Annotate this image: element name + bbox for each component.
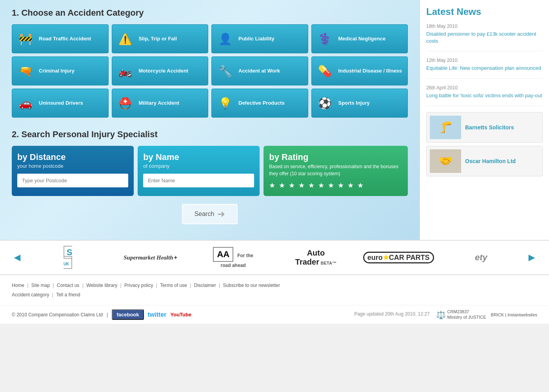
partner-ety: ety <box>444 252 519 263</box>
category-icon-criminal-injury: 🔫 <box>16 62 35 80</box>
page-wrapper: 1. Choose an Accident Category 🚧 Road Tr… <box>0 0 549 324</box>
category-label-criminal-injury: Criminal Injury <box>39 68 75 74</box>
news-item-1: 12th May 2010 Equitable Life: New compen… <box>426 58 543 78</box>
category-label-uninsured-drivers: Uninsured Drivers <box>39 100 83 107</box>
footer-link-website-library[interactable]: Website library <box>86 283 117 288</box>
news-date-2: 26th April 2010 <box>426 85 543 91</box>
category-item-military[interactable]: ⛑️ Military Accident <box>112 89 209 118</box>
category-item-uninsured-drivers[interactable]: 🚗 Uninsured Drivers <box>12 89 109 118</box>
news-item-2: 26th April 2010 Long battle for 'toxic s… <box>426 85 543 106</box>
category-item-slip-trip[interactable]: ⚠️ Slip, Trip or Fall <box>112 24 209 53</box>
footer-link-tell-a-friend[interactable]: Tell a friend <box>56 292 80 298</box>
partners-bar: ◄ SUK Supermarket Health✦ AA For theroad… <box>0 240 549 275</box>
footer-divider: | <box>81 283 85 288</box>
search-box-name: by Name of company <box>138 146 260 196</box>
category-item-medical-negligence[interactable]: ⚕️ Medical Negligence <box>311 24 408 53</box>
postcode-input[interactable] <box>17 174 128 187</box>
category-icon-slip-trip: ⚠️ <box>116 29 135 48</box>
footer-link-site-map[interactable]: Site map <box>31 283 50 288</box>
category-icon-uninsured-drivers: 🚗 <box>16 94 35 113</box>
category-label-medical-negligence: Medical Negligence <box>338 36 386 42</box>
partner-auto-trader: AutoTrader BETA™ <box>278 249 353 267</box>
ads-container: 🦵 Barnetts Solicitors 🤝 Oscar Hamilton L… <box>426 112 543 176</box>
category-item-motorcycle[interactable]: 🏍️ Motorcycle Accident <box>112 56 209 85</box>
footer-divider: | <box>218 283 222 288</box>
ministry-justice-logo: ⚖️ CRM23837 Ministry of JUSTICE <box>436 309 486 319</box>
category-item-sports-injury[interactable]: ⚽ Sports Injury <box>311 89 408 118</box>
search-button-label: Search <box>195 211 215 218</box>
ad-box-1[interactable]: 🤝 Oscar Hamilton Ltd <box>426 146 543 176</box>
name-title: by Name <box>143 152 254 162</box>
partners-prev[interactable]: ◄ <box>12 251 23 264</box>
footer-link-terms-of-use[interactable]: Terms of use <box>160 283 187 288</box>
footer-divider: | <box>51 283 55 288</box>
ad-box-0[interactable]: 🦵 Barnetts Solicitors <box>426 112 543 143</box>
footer-logos: ⚖️ CRM23837 Ministry of JUSTICE BRICK | … <box>436 309 537 319</box>
footer-right: Page updated 20th Aug 2010, 12:27 ⚖️ CRM… <box>354 309 537 319</box>
category-item-public-liability[interactable]: 👤 Public Liability <box>211 24 308 53</box>
footer-link-disclaimer[interactable]: Disclaimer <box>194 283 216 288</box>
partner-euro-car-parts: euro★CAR PARTS <box>361 253 436 262</box>
news-date-1: 12th May 2010 <box>426 58 543 63</box>
name-subtitle: of company <box>143 163 254 169</box>
ad-label-0: Barnetts Solicitors <box>465 124 514 131</box>
copyright: © 2010 Compare Compensation Claims Ltd <box>12 312 103 318</box>
section2-title: 2. Search Personal Injury Specialist <box>12 129 408 140</box>
footer-link-privacy-policy[interactable]: Privacy policy <box>124 283 153 288</box>
category-item-defective-products[interactable]: 💡 Defective Products <box>211 89 308 118</box>
footer-bottom: © 2010 Compare Compensation Claims Ltd |… <box>0 305 549 324</box>
news-link-1[interactable]: Equitable Life: New compensation plan an… <box>426 65 541 71</box>
footer-left: © 2010 Compare Compensation Claims Ltd |… <box>12 309 191 320</box>
category-item-accident-work[interactable]: 🔧 Accident at Work <box>211 56 308 85</box>
arrow-right-icon: ➜ <box>217 209 225 220</box>
footer-divider: | <box>119 283 123 288</box>
category-label-defective-products: Defective Products <box>238 100 285 107</box>
brick-logo: BRICK | Instantwebsites <box>491 312 537 317</box>
news-link-0[interactable]: Disabled pensioner to pay £13k scooter a… <box>426 31 536 44</box>
sidebar: Latest News 18th May 2010 Disabled pensi… <box>420 0 549 240</box>
category-item-road-traffic[interactable]: 🚧 Road Traffic Accident <box>12 24 109 53</box>
search-boxes: by Distance your home postcode by Name o… <box>12 146 408 196</box>
footer-divider: | <box>189 283 193 288</box>
footer-divider: | <box>51 292 55 298</box>
category-label-sports-injury: Sports Injury <box>338 100 370 107</box>
twitter-label: twitter <box>148 311 167 318</box>
facebook-button[interactable]: facebook <box>112 309 144 320</box>
rating-stars: ★ ★ ★ ★ ★ ★ ★ ★ ★ ★ <box>269 181 402 190</box>
category-label-industrial-disease: Industrial Disease / Illness <box>338 68 402 74</box>
footer-link-contact-us[interactable]: Contact us <box>57 283 79 288</box>
footer-link-accident-category[interactable]: Accident category <box>12 292 49 298</box>
rating-description: Based on service, efficiency, profession… <box>269 163 402 177</box>
search-box-distance: by Distance your home postcode <box>12 146 134 196</box>
twitter-button[interactable]: twitter <box>148 311 167 318</box>
partners-next[interactable]: ► <box>526 251 537 264</box>
category-icon-road-traffic: 🚧 <box>16 29 35 48</box>
youtube-label: You <box>171 312 180 318</box>
facebook-label: facebook <box>116 312 139 318</box>
category-label-motorcycle: Motorcycle Accident <box>139 68 189 74</box>
category-label-military: Military Accident <box>139 100 180 107</box>
news-link-2[interactable]: Long battle for 'toxic sofa' victims end… <box>426 93 542 98</box>
youtube-button[interactable]: YouTube <box>171 312 192 318</box>
footer-links-row1: Home | Site map | Contact us | Website l… <box>12 281 537 290</box>
rating-title: by Rating <box>269 152 402 162</box>
category-item-criminal-injury[interactable]: 🔫 Criminal Injury <box>12 56 109 85</box>
category-grid: 🚧 Road Traffic Accident ⚠️ Slip, Trip or… <box>12 24 408 118</box>
category-icon-military: ⛑️ <box>116 94 135 113</box>
page-updated: Page updated 20th Aug 2010, 12:27 <box>354 311 429 317</box>
news-item-0: 18th May 2010 Disabled pensioner to pay … <box>426 24 543 51</box>
sidebar-title: Latest News <box>426 6 543 17</box>
category-item-industrial-disease[interactable]: 💊 Industrial Disease / Illness <box>311 56 408 85</box>
name-input[interactable] <box>143 174 254 187</box>
distance-title: by Distance <box>17 152 128 162</box>
moj-label: Ministry of JUSTICE <box>447 315 486 319</box>
category-label-road-traffic: Road Traffic Accident <box>39 36 91 42</box>
partner-aa: AA For theroad ahead <box>196 247 271 268</box>
ad-label-1: Oscar Hamilton Ltd <box>465 158 516 164</box>
footer-link-home[interactable]: Home <box>12 283 24 288</box>
search-button[interactable]: Search ➜ <box>182 204 238 224</box>
category-icon-accident-work: 🔧 <box>216 62 235 80</box>
category-icon-motorcycle: 🏍️ <box>116 62 135 80</box>
ad-img-0: 🦵 <box>430 116 461 139</box>
footer-link-subscribe-to-our-newsletter[interactable]: Subscribe to our newsletter <box>223 283 280 288</box>
